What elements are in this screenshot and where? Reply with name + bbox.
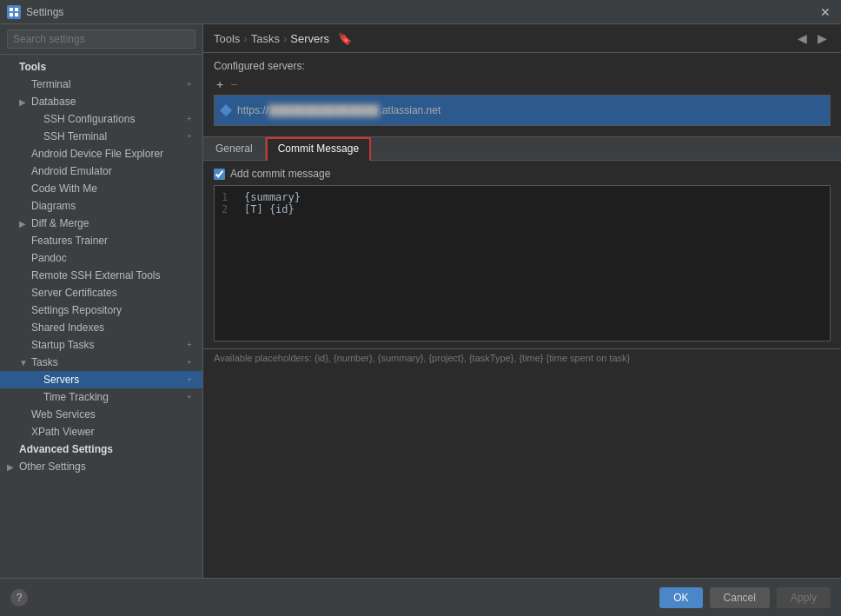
- sidebar-item-label: Startup Tasks: [31, 339, 180, 351]
- app-icon: [7, 5, 21, 19]
- sidebar-item-shared-indexes[interactable]: Shared Indexes: [0, 319, 202, 336]
- sidebar-item-label: Other Settings: [19, 460, 195, 473]
- breadcrumb-bar: Tools › Tasks › Servers 🔖 ◀ ▶: [203, 24, 841, 53]
- commit-editor[interactable]: 1 {summary} 2 [T] {id}: [214, 185, 831, 341]
- sidebar-item-label: Tasks: [31, 356, 180, 368]
- badge-icon: +: [183, 113, 195, 125]
- sidebar-item-label: Time Tracking: [43, 391, 180, 403]
- sidebar-item-label: Shared Indexes: [31, 321, 195, 334]
- tab-general[interactable]: General: [203, 137, 266, 160]
- nav-forward-button[interactable]: ▶: [814, 31, 831, 45]
- svg-rect-3: [15, 13, 18, 17]
- servers-panel: Configured servers: + − https://████████…: [203, 53, 841, 133]
- tabs: General Commit Message: [203, 137, 841, 161]
- sidebar-item-label: Android Device File Explorer: [31, 148, 195, 160]
- server-list-item[interactable]: https://███████████████.atlassian.net: [215, 96, 830, 125]
- sidebar-item-label: Database: [31, 96, 195, 108]
- sidebar-item-remote-ssh[interactable]: Remote SSH External Tools: [0, 267, 202, 284]
- sidebar-item-features-trainer[interactable]: Features Trainer: [0, 232, 202, 249]
- titlebar: Settings ✕: [0, 0, 841, 24]
- bottom-left: ?: [10, 589, 28, 606]
- tab-commit-message[interactable]: Commit Message: [266, 137, 371, 161]
- sidebar-item-label: Web Services: [31, 408, 195, 421]
- expand-icon: ▶: [19, 219, 31, 229]
- svg-rect-1: [15, 8, 18, 11]
- sidebar-item-label: XPath Viewer: [31, 426, 195, 438]
- sidebar-item-tools[interactable]: Tools: [0, 58, 202, 76]
- apply-button[interactable]: Apply: [777, 587, 831, 608]
- main-layout: Tools Terminal + ▶ Database SSH Configur…: [0, 24, 841, 578]
- sidebar: Tools Terminal + ▶ Database SSH Configur…: [0, 24, 203, 578]
- bottom-right: OK Cancel Apply: [659, 587, 831, 608]
- sidebar-item-label: Diagrams: [31, 200, 195, 212]
- expand-icon: ▼: [19, 358, 31, 368]
- close-button[interactable]: ✕: [817, 3, 834, 21]
- sidebar-item-startup-tasks[interactable]: Startup Tasks +: [0, 336, 202, 354]
- sidebar-item-servers[interactable]: Servers +: [0, 371, 202, 388]
- breadcrumb-sep: ›: [243, 32, 247, 45]
- sidebar-item-code-with-me[interactable]: Code With Me: [0, 180, 202, 197]
- sidebar-item-server-certs[interactable]: Server Certificates: [0, 284, 202, 301]
- sidebar-item-label: Android Emulator: [31, 165, 195, 177]
- sidebar-item-label: Pandoc: [31, 252, 195, 264]
- breadcrumb-bookmark: 🔖: [338, 32, 352, 45]
- sidebar-item-advanced-settings[interactable]: Advanced Settings: [0, 440, 202, 458]
- sidebar-item-label: SSH Terminal: [43, 130, 180, 142]
- sidebar-item-diagrams[interactable]: Diagrams: [0, 197, 202, 215]
- svg-rect-0: [10, 8, 13, 11]
- badge-icon: +: [183, 78, 195, 90]
- tab-area: General Commit Message Add commit messag…: [203, 136, 841, 348]
- sidebar-item-xpath-viewer[interactable]: XPath Viewer: [0, 423, 202, 440]
- line-content: {summary}: [244, 191, 301, 203]
- sidebar-item-web-services[interactable]: Web Services: [0, 406, 202, 423]
- remove-server-button[interactable]: −: [228, 77, 240, 91]
- sidebar-tree: Tools Terminal + ▶ Database SSH Configur…: [0, 55, 202, 479]
- sidebar-item-label: Settings Repository: [31, 304, 195, 316]
- sidebar-item-ssh-config[interactable]: SSH Configurations +: [0, 110, 202, 128]
- configured-servers-label: Configured servers:: [214, 60, 831, 72]
- nav-back-button[interactable]: ◀: [794, 31, 811, 45]
- sidebar-item-android-file[interactable]: Android Device File Explorer: [0, 145, 202, 162]
- server-list: https://███████████████.atlassian.net: [214, 95, 831, 126]
- sidebar-item-label: Remote SSH External Tools: [31, 269, 195, 282]
- sidebar-item-settings-repo[interactable]: Settings Repository: [0, 301, 202, 319]
- sidebar-item-android-emulator[interactable]: Android Emulator: [0, 162, 202, 180]
- sidebar-item-label: Tools: [19, 61, 195, 73]
- badge-icon: +: [183, 374, 195, 386]
- badge-icon: +: [183, 339, 195, 351]
- add-commit-checkbox[interactable]: [214, 169, 225, 180]
- sidebar-item-database[interactable]: ▶ Database: [0, 93, 202, 110]
- sidebar-item-other-settings[interactable]: ▶ Other Settings: [0, 458, 202, 475]
- expand-icon: ▶: [19, 97, 31, 107]
- breadcrumb-sep-2: ›: [283, 32, 287, 45]
- commit-area: Add commit message 1 {summary} 2 [T] {id…: [203, 161, 841, 348]
- ok-button[interactable]: OK: [659, 587, 702, 608]
- sidebar-item-label: Terminal: [31, 78, 180, 90]
- breadcrumb-servers: Servers: [290, 32, 329, 45]
- window-title: Settings: [26, 6, 63, 18]
- badge-icon: +: [183, 130, 195, 142]
- sidebar-item-time-tracking[interactable]: Time Tracking +: [0, 388, 202, 406]
- cancel-button[interactable]: Cancel: [710, 587, 770, 608]
- sidebar-item-label: Diff & Merge: [31, 217, 195, 229]
- badge-icon: +: [183, 391, 195, 403]
- add-commit-label: Add commit message: [230, 168, 330, 180]
- search-box[interactable]: [0, 24, 202, 55]
- help-button[interactable]: ?: [10, 589, 28, 606]
- sidebar-item-ssh-terminal[interactable]: SSH Terminal +: [0, 128, 202, 145]
- breadcrumb-actions: ◀ ▶: [794, 31, 831, 45]
- sidebar-item-tasks[interactable]: ▼ Tasks +: [0, 354, 202, 371]
- sidebar-item-pandoc[interactable]: Pandoc: [0, 249, 202, 267]
- sidebar-item-diff-merge[interactable]: ▶ Diff & Merge: [0, 215, 202, 232]
- search-input[interactable]: [7, 30, 195, 49]
- editor-line-2: 2 [T] {id}: [222, 203, 823, 215]
- sidebar-item-label: Server Certificates: [31, 287, 195, 299]
- diamond-icon: [220, 104, 232, 116]
- sidebar-item-terminal[interactable]: Terminal +: [0, 76, 202, 93]
- add-commit-row: Add commit message: [214, 168, 831, 180]
- sidebar-item-label: Advanced Settings: [19, 443, 195, 455]
- sidebar-item-label: SSH Configurations: [43, 113, 180, 125]
- badge-icon: +: [183, 356, 195, 368]
- server-url: https://███████████████.atlassian.net: [237, 104, 440, 116]
- add-server-button[interactable]: +: [214, 77, 226, 91]
